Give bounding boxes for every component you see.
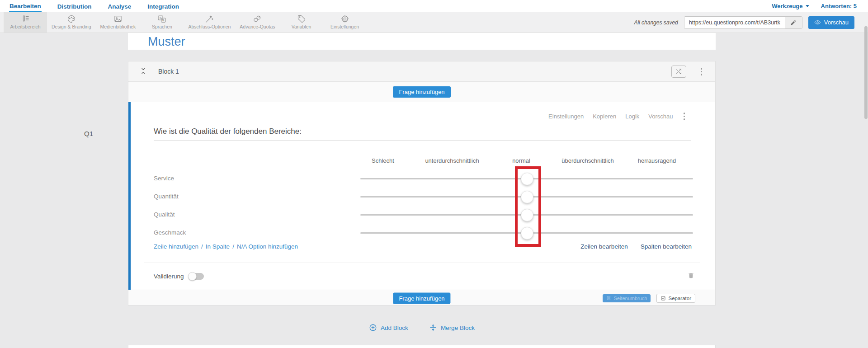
merge-block-button[interactable]: Merge Block [429, 324, 475, 332]
toolbar-item-label: Variablen [292, 24, 311, 29]
separator-button[interactable]: Separator [656, 294, 695, 303]
question-text-underline [154, 140, 691, 141]
caret-down-icon [806, 5, 809, 7]
toolbar-item-variablen[interactable]: Variablen [280, 12, 323, 33]
block-title[interactable]: Block 1 [158, 68, 179, 75]
toolbar-item-medienbibliothek[interactable]: Medienbibliothek [96, 12, 141, 33]
tools-dropdown-label: Werkzeuge [772, 3, 802, 9]
nav-tabs: Bearbeiten Distribution Analyse Integrat… [9, 1, 179, 12]
question-text[interactable]: Wie ist die Qualität der folgenden Berei… [154, 127, 302, 136]
eye-icon [814, 19, 821, 26]
tab-integration[interactable]: Integration [147, 1, 179, 11]
matrix-row-label[interactable]: Quantität [154, 193, 179, 200]
validation-control: Validierung [154, 273, 204, 280]
question-menu-vorschau[interactable]: Vorschau [648, 113, 673, 120]
question-card: Einstellungen Kopieren Logik Vorschau Wi… [128, 102, 715, 290]
toolbar-item-sprachen[interactable]: xA Sprachen [140, 12, 184, 33]
block-footer: Frage hinzufügen Seitenumbruch Separator [128, 290, 715, 306]
matrix-column-label: überdurchschnittlich [561, 157, 614, 164]
matrix-row-label[interactable]: Qualität [154, 211, 175, 218]
add-block-button[interactable]: Add Block [369, 324, 408, 332]
validation-toggle[interactable] [189, 273, 204, 280]
add-question-button-top[interactable]: Frage hinzufügen [393, 86, 450, 98]
merge-icon [429, 324, 437, 332]
survey-url-input[interactable] [684, 17, 785, 28]
checkbox-checked-icon [660, 296, 666, 301]
tab-analyse[interactable]: Analyse [108, 1, 132, 11]
matrix-row-label[interactable]: Geschmack [154, 229, 186, 236]
matrix-column-label: unterdurchschnittlich [425, 157, 479, 164]
workspace-icon [21, 14, 30, 24]
page-break-button[interactable]: Seitenumbruch [603, 294, 651, 302]
delete-question-button[interactable] [688, 272, 694, 281]
question-menu-more-button[interactable] [682, 111, 687, 122]
questionpro-survey-editor: Bearbeiten Distribution Analyse Integrat… [0, 0, 868, 348]
matrix-column-label: normal [512, 157, 530, 164]
languages-icon: xA [157, 14, 166, 24]
preview-button[interactable]: Vorschau [808, 16, 854, 29]
slider-handle[interactable] [521, 173, 533, 185]
toolbar-item-design-branding[interactable]: Design & Branding [47, 12, 96, 33]
edit-columns-link[interactable]: Spalten bearbeiten [641, 243, 692, 250]
tab-bearbeiten[interactable]: Bearbeiten [9, 1, 42, 12]
block-header: Block 1 [128, 61, 715, 82]
toolbar-item-label: Einstellungen [330, 24, 359, 29]
toolbar-item-advance-quotas[interactable]: Advance-Quotas [235, 12, 279, 33]
question-code: Q1 [84, 130, 93, 137]
pencil-icon [790, 19, 797, 26]
matrix-column-label: herrausragend [638, 157, 676, 164]
vertical-scrollbar[interactable] [864, 26, 868, 119]
toolbar-item-abschluss-optionen[interactable]: Abschluss-Optionen [184, 12, 235, 33]
link-separator: / [232, 243, 234, 250]
plus-circle-icon [369, 324, 377, 332]
question-menu-einstellungen[interactable]: Einstellungen [548, 113, 584, 120]
matrix-row: Geschmack [128, 224, 715, 242]
question-menu-kopieren[interactable]: Kopieren [593, 113, 616, 120]
tab-distribution[interactable]: Distribution [57, 1, 92, 11]
collapse-icon [139, 67, 147, 75]
merge-block-label: Merge Block [441, 324, 475, 331]
matrix-row: Qualität [128, 206, 715, 224]
edit-rows-link[interactable]: Zeilen bearbeiten [580, 243, 627, 250]
page-break-label: Seitenumbruch [613, 296, 647, 301]
page-break-icon [606, 296, 611, 301]
block-menu-button[interactable] [699, 66, 704, 77]
add-row-link[interactable]: Zeile hinzufügen [154, 243, 198, 250]
save-status: All changes saved [634, 19, 678, 26]
question-divider [144, 263, 700, 263]
wand-icon [205, 14, 214, 24]
slider-handle[interactable] [521, 209, 533, 221]
slider-handle[interactable] [521, 227, 533, 240]
question-menu-logik[interactable]: Logik [625, 113, 639, 120]
toolbar-item-label: Abschluss-Optionen [188, 24, 231, 29]
matrix-row: Quantität [128, 188, 715, 206]
toolbar-item-einstellungen[interactable]: Einstellungen [323, 12, 367, 33]
toolbar-item-label: Arbeitsbereich [10, 24, 40, 29]
toggle-knob [188, 272, 197, 281]
responses-count[interactable]: Antworten: 5 [821, 3, 857, 9]
survey-title[interactable]: Muster [148, 35, 185, 49]
tools-dropdown[interactable]: Werkzeuge [772, 3, 809, 9]
preview-button-label: Vorschau [824, 19, 849, 26]
toolbar-item-label: Advance-Quotas [240, 24, 275, 29]
top-nav: Bearbeiten Distribution Analyse Integrat… [0, 0, 868, 12]
next-block-card-edge [128, 345, 716, 348]
toolbar-right: All changes saved Vorschau [634, 12, 868, 33]
survey-title-card: Muster [128, 33, 716, 50]
add-question-button-bottom[interactable]: Frage hinzufügen [393, 292, 450, 304]
block-actions: Add Block Merge Block [128, 324, 716, 332]
collapse-block-button[interactable] [139, 67, 149, 77]
edit-links: Zeilen bearbeiten Spalten bearbeiten [580, 243, 692, 250]
toolbar-item-label: Design & Branding [52, 24, 91, 29]
matrix-row-label[interactable]: Service [154, 175, 174, 182]
tag-icon [297, 14, 306, 24]
slider-handle[interactable] [521, 191, 533, 203]
shuffle-questions-button[interactable] [671, 66, 686, 78]
add-na-option-link[interactable]: N/A Option hinzufügen [237, 243, 298, 250]
svg-text:A: A [162, 19, 165, 22]
edit-url-button[interactable] [785, 17, 802, 28]
in-column-link[interactable]: In Spalte [206, 243, 230, 250]
toolbar-item-label: Sprachen [152, 24, 172, 29]
toolbar-item-arbeitsbereich[interactable]: Arbeitsbereich [4, 12, 47, 33]
nav-right: Werkzeuge Antworten: 5 [772, 3, 857, 9]
